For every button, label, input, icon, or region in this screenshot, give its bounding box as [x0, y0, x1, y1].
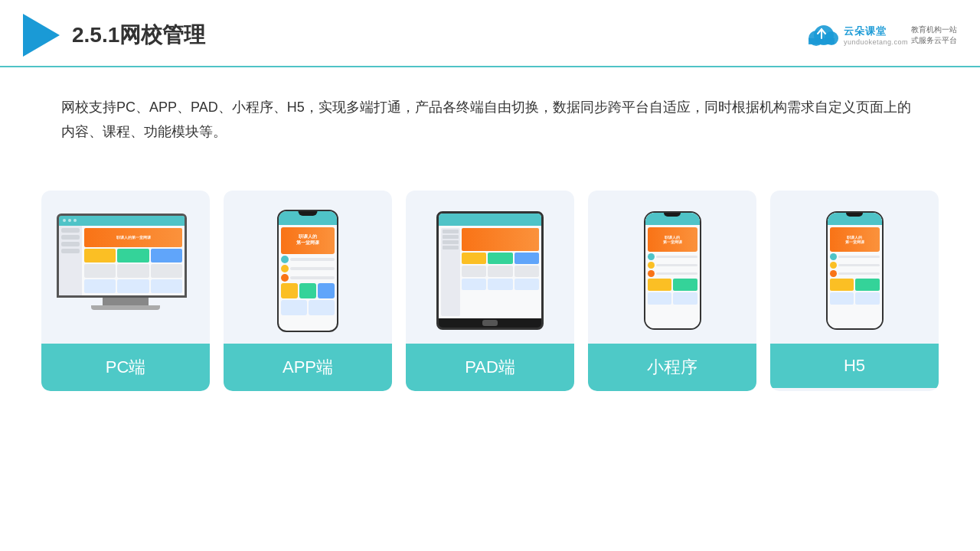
brand-icon-wrap: 云朵课堂 yunduoketang.com 教育机构一站 式服务云平台 [802, 23, 957, 47]
app-phone-notch [299, 211, 318, 216]
pad-tablet-body [436, 211, 544, 330]
pad-tablet-mockup [436, 211, 544, 330]
cloud-icon [802, 23, 841, 47]
h5-phone-mockup: 职课人的第一堂网课 [826, 211, 884, 330]
logo-triangle-icon [23, 14, 60, 57]
brand-url: yunduoketang.com [844, 38, 908, 46]
device-cards-container: 职课人的第一堂网课 [0, 168, 980, 414]
device-card-pad: PAD端 [406, 191, 574, 391]
header: 2.5.1网校管理 云朵课堂 yunduoketang.com 教育机构一站 式… [0, 0, 980, 67]
app-phone-screen: 职课人的第一堂网课 [279, 211, 337, 331]
device-label-pad: PAD端 [406, 344, 574, 391]
device-label-app: APP端 [224, 344, 392, 391]
pad-tablet-screen [439, 214, 541, 318]
device-card-miniprogram: 职课人的第一堂网课 [588, 191, 756, 391]
description-text: 网校支持PC、APP、PAD、小程序、H5，实现多端打通，产品各终端自由切换，数… [0, 67, 980, 160]
pc-monitor: 职课人的第一堂网课 [57, 214, 187, 298]
h5-phone-screen: 职课人的第一堂网课 [828, 213, 882, 328]
device-label-h5: H5 [770, 344, 939, 388]
device-image-pc: 职课人的第一堂网课 [41, 191, 210, 344]
h5-phone-body: 职课人的第一堂网课 [826, 211, 884, 330]
device-card-h5: 职课人的第一堂网课 [770, 191, 939, 391]
h5-phone-notch [846, 213, 863, 217]
device-image-h5: 职课人的第一堂网课 [770, 191, 939, 344]
svg-rect-3 [808, 38, 835, 44]
miniprogram-phone-screen: 职课人的第一堂网课 [645, 213, 700, 328]
header-left: 2.5.1网校管理 [23, 14, 205, 57]
brand-text-block: 云朵课堂 yunduoketang.com [844, 24, 908, 46]
app-phone-body: 职课人的第一堂网课 [277, 210, 338, 332]
page-title: 2.5.1网校管理 [72, 21, 205, 50]
description-paragraph: 网校支持PC、APP、PAD、小程序、H5，实现多端打通，产品各终端自由切换，数… [61, 95, 919, 145]
device-label-miniprogram: 小程序 [588, 344, 756, 391]
pc-screen: 职课人的第一堂网课 [59, 216, 185, 295]
pc-stand [103, 298, 149, 305]
device-card-app: 职课人的第一堂网课 [224, 191, 392, 391]
device-image-app: 职课人的第一堂网课 [224, 191, 392, 344]
header-right: 云朵课堂 yunduoketang.com 教育机构一站 式服务云平台 [802, 23, 957, 47]
brand-logo: 云朵课堂 yunduoketang.com 教育机构一站 式服务云平台 [802, 23, 957, 47]
device-card-pc: 职课人的第一堂网课 [41, 191, 210, 391]
pc-mockup: 职课人的第一堂网课 [57, 214, 194, 328]
miniprogram-phone-notch [664, 213, 681, 217]
miniprogram-phone-body: 职课人的第一堂网课 [644, 211, 701, 330]
device-image-pad [406, 191, 574, 344]
tablet-home-button [482, 320, 498, 326]
device-label-pc: PC端 [41, 344, 210, 391]
pc-base [91, 305, 160, 310]
miniprogram-phone-mockup: 职课人的第一堂网课 [644, 211, 701, 330]
device-image-miniprogram: 职课人的第一堂网课 [588, 191, 756, 344]
app-phone-mockup: 职课人的第一堂网课 [277, 210, 338, 332]
brand-name: 云朵课堂 [844, 24, 908, 38]
brand-tagline: 教育机构一站 式服务云平台 [911, 24, 957, 46]
